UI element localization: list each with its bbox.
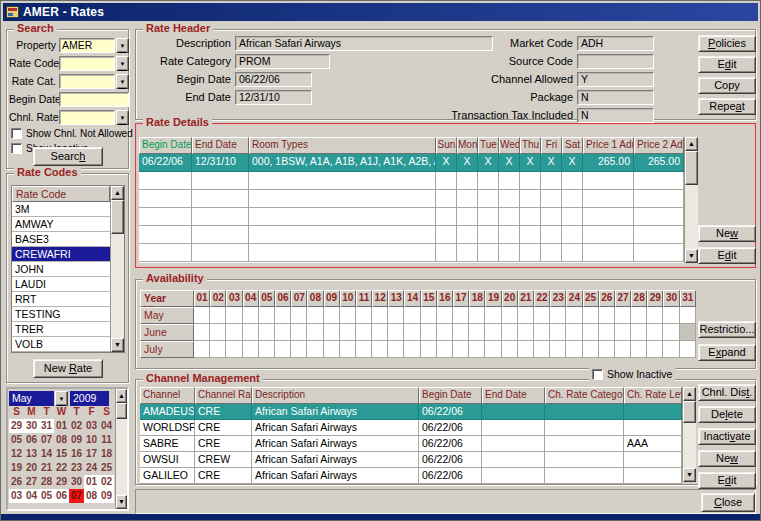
calendar-date[interactable]: 02 (99, 475, 114, 489)
calendar-date[interactable]: 20 (24, 461, 39, 475)
availability-cell[interactable] (404, 341, 420, 358)
availability-cell[interactable] (275, 307, 291, 324)
availability-cell[interactable] (599, 307, 615, 324)
calendar-date[interactable]: 18 (99, 447, 114, 461)
availability-cell[interactable] (340, 307, 356, 324)
new-rate-detail-button[interactable]: New (698, 225, 756, 242)
availability-cell[interactable] (324, 341, 340, 358)
availability-cell[interactable] (291, 307, 307, 324)
availability-cell[interactable] (275, 324, 291, 341)
calendar-date[interactable]: 21 (39, 461, 54, 475)
calendar-date[interactable]: 13 (24, 447, 39, 461)
calendar-date[interactable]: 30 (24, 419, 39, 433)
new-rate-button[interactable]: New Rate (33, 359, 103, 378)
table-row[interactable]: WORLDSPACREAfrican Safari Airways06/22/0… (140, 420, 682, 436)
policies-button[interactable]: Policies (698, 35, 756, 52)
availability-cell[interactable] (566, 324, 582, 341)
availability-cell[interactable] (356, 341, 372, 358)
table-row[interactable] (139, 208, 684, 226)
table-row[interactable] (139, 172, 684, 190)
column-header[interactable]: Sat (562, 137, 583, 154)
calendar-date[interactable]: 14 (39, 447, 54, 461)
availability-cell[interactable] (615, 307, 631, 324)
year-view-cell[interactable]: Year View (140, 290, 194, 307)
calendar-date[interactable]: 03 (9, 489, 24, 503)
availability-cell[interactable] (307, 341, 323, 358)
calendar-date[interactable]: 30 (69, 475, 84, 489)
availability-cell[interactable] (388, 324, 404, 341)
calendar-scrollbar[interactable]: ▲ ▼ (115, 389, 127, 509)
rate-code-item[interactable]: 3M (12, 202, 110, 217)
table-row[interactable] (139, 226, 684, 244)
availability-cell[interactable] (372, 341, 388, 358)
availability-cell[interactable] (259, 307, 275, 324)
availability-cell[interactable] (421, 307, 437, 324)
availability-cell[interactable] (485, 324, 501, 341)
calendar-date[interactable]: 04 (99, 419, 114, 433)
column-header[interactable]: Begin Date (419, 387, 482, 404)
rate-code-item[interactable]: TRER (12, 322, 110, 337)
availability-cell[interactable] (243, 341, 259, 358)
rate-code-item[interactable]: JOHN (12, 262, 110, 277)
calendar-date[interactable]: 26 (9, 475, 24, 489)
table-row[interactable]: SABRECREAfrican Safari Airways06/22/06AA… (140, 436, 682, 452)
calendar-date[interactable]: 22 (54, 461, 69, 475)
availability-cell[interactable] (550, 324, 566, 341)
calendar-date[interactable]: 24 (84, 461, 99, 475)
availability-cell[interactable] (631, 307, 647, 324)
scroll-up-icon[interactable]: ▲ (683, 387, 696, 401)
calendar-date[interactable]: 01 (54, 419, 69, 433)
availability-cell[interactable] (534, 324, 550, 341)
calendar-date[interactable]: 29 (9, 419, 24, 433)
calendar-date[interactable]: 25 (99, 461, 114, 475)
availability-cell[interactable] (340, 324, 356, 341)
availability-cell[interactable] (631, 341, 647, 358)
calendar-date[interactable]: 03 (84, 419, 99, 433)
search-input-begin-date[interactable] (59, 92, 129, 107)
availability-cell[interactable] (226, 324, 242, 341)
availability-cell[interactable] (518, 341, 534, 358)
close-button[interactable]: Close (701, 493, 755, 512)
availability-cell[interactable] (291, 341, 307, 358)
availability-cell[interactable] (404, 324, 420, 341)
availability-cell[interactable] (437, 341, 453, 358)
availability-cell[interactable] (324, 307, 340, 324)
availability-cell[interactable] (663, 324, 679, 341)
availability-cell[interactable] (210, 307, 226, 324)
table-row[interactable]: AMADEUSCREAfrican Safari Airways06/22/06 (140, 404, 682, 420)
lov-dropdown-icon[interactable] (116, 74, 129, 89)
availability-cell[interactable] (275, 341, 291, 358)
table-row[interactable]: 06/22/0612/31/10000, 1BSW, A1A, A1B, A1J… (139, 154, 684, 172)
calendar-date[interactable]: 11 (99, 433, 114, 447)
column-header[interactable]: Channel (140, 387, 195, 404)
availability-cell[interactable] (404, 307, 420, 324)
channel-show-inactive-checkbox[interactable] (592, 369, 603, 380)
availability-cell[interactable] (356, 324, 372, 341)
availability-cell[interactable] (194, 307, 210, 324)
availability-cell[interactable] (453, 324, 469, 341)
availability-cell[interactable] (566, 341, 582, 358)
calendar-date[interactable]: 17 (84, 447, 99, 461)
edit-channel-button[interactable]: Edit (698, 472, 756, 489)
calendar-date[interactable]: 05 (9, 433, 24, 447)
availability-cell[interactable] (469, 341, 485, 358)
column-header[interactable]: Thu (520, 137, 541, 154)
calendar-year-field[interactable]: 2009 (70, 391, 109, 406)
availability-cell[interactable] (259, 341, 275, 358)
rate-details-scrollbar[interactable]: ▲ ▼ (684, 137, 698, 263)
scroll-down-icon[interactable]: ▼ (111, 338, 124, 352)
availability-cell[interactable] (680, 307, 696, 324)
column-header[interactable]: Price 1 Adul (583, 137, 634, 154)
availability-cell[interactable] (243, 307, 259, 324)
availability-cell[interactable] (615, 324, 631, 341)
lov-dropdown-icon[interactable] (116, 110, 129, 125)
copy-button[interactable]: Copy (698, 77, 756, 94)
availability-cell[interactable] (583, 307, 599, 324)
rate-code-item[interactable]: CREWAFRI (12, 247, 110, 262)
calendar-date[interactable]: 16 (69, 447, 84, 461)
rate-code-item[interactable]: TESTING (12, 307, 110, 322)
availability-cell[interactable] (534, 341, 550, 358)
availability-cell[interactable] (194, 341, 210, 358)
expand-button[interactable]: Expand (698, 344, 756, 361)
column-header[interactable]: Begin Date (139, 137, 192, 154)
